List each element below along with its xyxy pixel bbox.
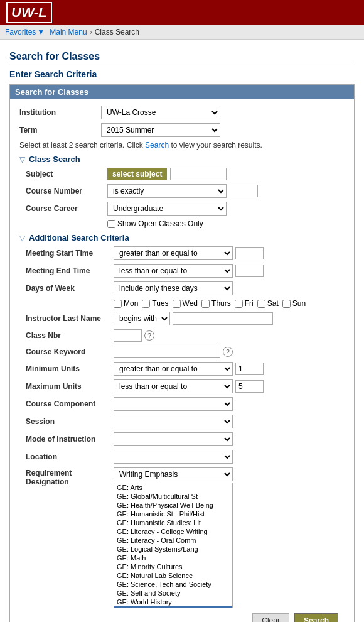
class-nbr-row: Class Nbr ? xyxy=(26,329,345,342)
thurs-day-label: Thurs xyxy=(201,299,231,308)
course-number-row: Course Number is exactly begins with con… xyxy=(26,184,345,198)
req-designation-select[interactable]: Writing Emphasis xyxy=(114,467,233,481)
mon-day-label: Mon xyxy=(114,299,138,308)
subject-label: Subject xyxy=(26,170,107,178)
course-number-condition-select[interactable]: is exactly begins with contains greater … xyxy=(107,184,227,198)
max-units-input[interactable] xyxy=(235,380,264,393)
class-search-label: Class Search xyxy=(29,155,80,164)
min-units-condition-select[interactable]: greater than or equal to less than or eq… xyxy=(114,362,233,376)
list-item[interactable]: GE: Natural Lab Science xyxy=(114,571,232,580)
list-item[interactable]: GE: World History xyxy=(114,597,232,606)
subject-row: Subject select subject xyxy=(26,168,345,180)
show-open-row: Show Open Classes Only xyxy=(107,219,345,228)
req-designation-label: Requirement Designation xyxy=(26,467,114,486)
max-units-row: Maximum Units greater than or equal to l… xyxy=(26,379,345,393)
course-career-row: Course Career Undergraduate Graduate xyxy=(26,202,345,216)
class-nbr-label: Class Nbr xyxy=(26,331,114,340)
clear-button[interactable]: Clear xyxy=(252,613,289,622)
term-label: Term xyxy=(19,126,101,134)
list-item[interactable]: GE: Literacy - Oral Comm xyxy=(114,536,232,545)
class-nbr-input[interactable] xyxy=(114,329,142,342)
course-number-controls: is exactly begins with contains greater … xyxy=(107,184,258,198)
wed-checkbox[interactable] xyxy=(173,300,181,308)
days-of-week-row: Days of Week include only these days inc… xyxy=(26,281,345,295)
select-subject-button[interactable]: select subject xyxy=(107,168,167,180)
meeting-start-label: Meeting Start Time xyxy=(26,249,114,258)
meeting-end-input[interactable] xyxy=(235,265,264,277)
instructor-label: Instructor Last Name xyxy=(26,314,114,323)
favorites-button[interactable]: Favorites ▼ xyxy=(5,28,45,36)
min-units-row: Minimum Units greater than or equal to l… xyxy=(26,362,345,376)
meeting-end-label: Meeting End Time xyxy=(26,266,114,275)
course-keyword-input[interactable] xyxy=(114,346,220,358)
wed-day-label: Wed xyxy=(173,299,198,308)
meeting-start-input[interactable] xyxy=(235,247,264,259)
course-keyword-help-icon[interactable]: ? xyxy=(223,347,233,357)
meeting-end-row: Meeting End Time greater than or equal t… xyxy=(26,264,345,278)
mode-select[interactable] xyxy=(114,432,233,446)
list-item[interactable]: GE: Literacy - College Writing xyxy=(114,527,232,536)
info-text: Select at least 2 search criteria. Click… xyxy=(19,141,345,150)
mon-checkbox[interactable] xyxy=(114,300,122,308)
main-menu-link[interactable]: Main Menu xyxy=(50,28,87,36)
days-of-week-condition-select[interactable]: include only these days include these ex… xyxy=(114,281,233,295)
list-item-selected[interactable]: Writing Emphasis xyxy=(114,606,232,608)
max-units-condition-select[interactable]: greater than or equal to less than or eq… xyxy=(114,379,233,393)
min-units-input[interactable] xyxy=(235,363,264,375)
header: UW-L xyxy=(0,0,364,25)
list-item[interactable]: GE: Science, Tech and Society xyxy=(114,580,232,589)
req-designation-dropdown[interactable]: GE: Arts GE: Global/Multicultural St GE:… xyxy=(114,483,233,608)
class-search-content: Subject select subject Course Number is … xyxy=(19,168,345,228)
additional-criteria-header[interactable]: ▽ Additional Search Criteria xyxy=(19,233,345,243)
course-keyword-label: Course Keyword xyxy=(26,347,114,356)
list-item[interactable]: GE: Minority Cultures xyxy=(114,562,232,571)
session-select[interactable] xyxy=(114,415,233,428)
search-button[interactable]: Search xyxy=(294,613,338,622)
list-item[interactable]: GE: Math xyxy=(114,554,232,562)
course-component-select[interactable]: Lecture Lab Discussion xyxy=(114,397,233,411)
nav-current: Class Search xyxy=(95,28,139,36)
location-row: Location xyxy=(26,450,345,464)
instructor-row: Instructor Last Name begins with is exac… xyxy=(26,312,345,325)
mode-label: Mode of Instruction xyxy=(26,435,114,444)
class-nbr-help-icon[interactable]: ? xyxy=(144,330,154,341)
sun-checkbox[interactable] xyxy=(282,300,291,308)
instructor-condition-select[interactable]: begins with is exactly contains xyxy=(114,312,170,325)
fri-checkbox[interactable] xyxy=(235,300,243,308)
institution-select[interactable]: UW-La Crosse xyxy=(101,106,220,119)
panel-body: Institution UW-La Crosse Term 2015 Summe… xyxy=(10,99,354,622)
course-keyword-row: Course Keyword ? xyxy=(26,346,345,358)
section-title: Enter Search Criteria xyxy=(9,69,355,79)
list-item[interactable]: GE: Health/Physical Well-Being xyxy=(114,501,232,510)
thurs-checkbox[interactable] xyxy=(201,300,210,308)
meeting-start-condition-select[interactable]: greater than or equal to less than or eq… xyxy=(114,246,233,260)
tues-checkbox[interactable] xyxy=(142,300,150,308)
class-search-header[interactable]: ▽ Class Search xyxy=(19,155,345,164)
course-career-select[interactable]: Undergraduate Graduate xyxy=(107,202,227,216)
meeting-end-condition-select[interactable]: greater than or equal to less than or eq… xyxy=(114,264,233,278)
nav-separator-2: › xyxy=(90,28,92,36)
logo: UW-L xyxy=(6,2,52,23)
list-item[interactable]: GE: Global/Multicultural St xyxy=(114,492,232,501)
collapse-triangle-icon: ▽ xyxy=(19,155,25,164)
list-item[interactable]: GE: Humanistic Studies: Lit xyxy=(114,518,232,527)
course-number-input[interactable] xyxy=(230,185,258,197)
course-component-label: Course Component xyxy=(26,400,114,408)
list-item[interactable]: GE: Humanistic St - Phil/Hist xyxy=(114,510,232,518)
sat-checkbox[interactable] xyxy=(257,300,265,308)
additional-collapse-triangle-icon: ▽ xyxy=(19,234,25,243)
subject-input[interactable] xyxy=(170,168,227,180)
list-item[interactable]: GE: Logical Systems/Lang xyxy=(114,545,232,554)
session-label: Session xyxy=(26,417,114,426)
min-units-label: Minimum Units xyxy=(26,364,114,373)
show-open-checkbox[interactable] xyxy=(107,220,115,228)
max-units-label: Maximum Units xyxy=(26,382,114,391)
mode-row: Mode of Instruction xyxy=(26,432,345,446)
location-select[interactable] xyxy=(114,450,233,464)
course-career-label: Course Career xyxy=(26,204,107,213)
term-select[interactable]: 2015 Summer xyxy=(101,123,220,137)
list-item[interactable]: GE: Arts xyxy=(114,483,232,492)
list-item[interactable]: GE: Self and Society xyxy=(114,589,232,597)
instructor-input[interactable] xyxy=(173,312,273,325)
sun-day-label: Sun xyxy=(282,299,306,308)
